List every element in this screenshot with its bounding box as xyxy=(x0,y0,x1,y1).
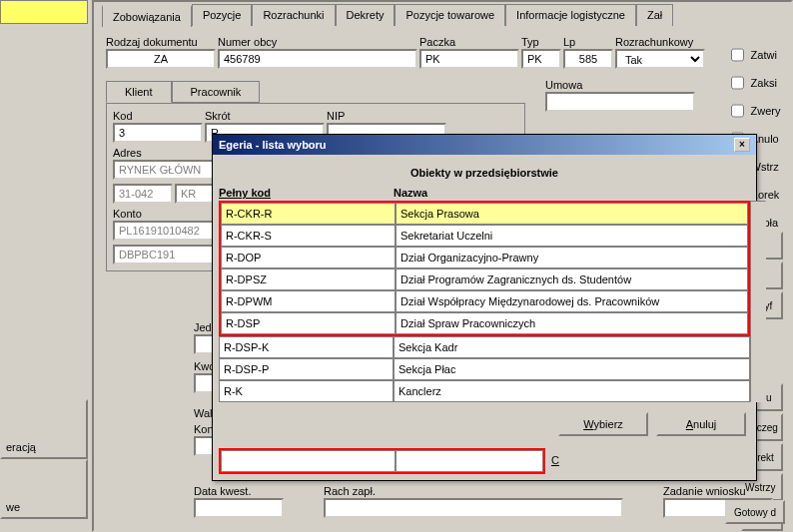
tab-zal[interactable]: Zał xyxy=(636,4,673,26)
close-icon[interactable]: × xyxy=(734,138,750,152)
chk-zatwi[interactable] xyxy=(731,45,744,65)
cell-nazwa[interactable] xyxy=(396,290,748,312)
cell-kod[interactable] xyxy=(219,380,394,402)
subtab-klient[interactable]: Klient xyxy=(106,81,172,103)
adres2b-input xyxy=(175,184,215,204)
table-row[interactable] xyxy=(219,358,750,380)
table-row[interactable] xyxy=(221,203,748,225)
nip-label: NIP xyxy=(327,110,446,122)
cell-nazwa[interactable] xyxy=(396,268,748,290)
cell-kod[interactable] xyxy=(219,336,394,358)
skrot-label: Skrót xyxy=(205,110,325,122)
lp-label: Lp xyxy=(563,36,613,48)
modal-heading: Obiekty w przedsiębiorstwie xyxy=(219,161,750,185)
cell-kod[interactable] xyxy=(221,203,396,225)
sidebar-op1[interactable]: eracją xyxy=(0,399,88,459)
table-row[interactable] xyxy=(221,312,748,334)
table-row[interactable] xyxy=(219,336,750,358)
cell-kod[interactable] xyxy=(221,225,396,247)
search-nazwa[interactable] xyxy=(396,450,543,472)
cell-nazwa[interactable] xyxy=(394,380,750,402)
cell-nazwa[interactable] xyxy=(394,358,750,380)
cell-kod[interactable] xyxy=(221,247,396,268)
umowa-input[interactable] xyxy=(545,92,695,112)
modal-lista-wyboru: Egeria - lista wyboru × Obiekty w przeds… xyxy=(212,134,757,481)
results-grid xyxy=(219,201,750,336)
scrollbar[interactable] xyxy=(750,201,766,402)
chk-zaksi[interactable] xyxy=(731,73,744,93)
cell-nazwa[interactable] xyxy=(396,247,748,268)
cell-nazwa[interactable] xyxy=(396,225,748,247)
rozr-label: Rozrachunkowy xyxy=(615,36,705,48)
rozr-select[interactable]: Tak xyxy=(615,49,705,69)
rodzaj-input[interactable] xyxy=(106,49,216,69)
yellow-highlight xyxy=(0,0,88,24)
cell-nazwa[interactable] xyxy=(396,312,748,334)
datak-label: Data kwest. xyxy=(194,485,284,497)
btn-gotowy[interactable]: Gotowy d xyxy=(725,500,785,524)
table-row[interactable] xyxy=(221,268,748,290)
cell-kod[interactable] xyxy=(221,268,396,290)
kod-label: Kod xyxy=(113,110,203,122)
kod-input[interactable] xyxy=(113,123,203,143)
search-kod[interactable] xyxy=(221,450,396,472)
chk-zwery[interactable] xyxy=(731,101,744,121)
datak-input[interactable] xyxy=(194,498,284,518)
search-row xyxy=(219,448,545,474)
numer-input[interactable] xyxy=(218,49,417,69)
c-link[interactable]: C xyxy=(551,454,559,466)
cell-nazwa[interactable] xyxy=(394,336,750,358)
cell-kod[interactable] xyxy=(221,290,396,312)
modal-title-text: Egeria - lista wyboru xyxy=(219,139,327,151)
table-row[interactable] xyxy=(221,225,748,247)
konto-input xyxy=(113,221,223,241)
tab-bar: Zobowiązania Pozycje Rozrachunki Dekrety… xyxy=(94,2,791,28)
umowa-label: Umowa xyxy=(545,79,695,91)
rodzaj-label: Rodzaj dokumentu xyxy=(106,36,216,48)
adres2a-input xyxy=(113,184,173,204)
konto2-input xyxy=(113,245,223,265)
rach-input[interactable] xyxy=(324,498,623,518)
sidebar-op2[interactable]: we xyxy=(0,459,88,519)
subtab-pracownik[interactable]: Pracownik xyxy=(172,81,261,103)
zad-label: Zadanie wniosku xyxy=(663,485,773,497)
typ-input[interactable] xyxy=(521,49,561,69)
table-row[interactable] xyxy=(221,290,748,312)
tab-pozycje[interactable]: Pozycje xyxy=(192,4,253,26)
wybierz-button[interactable]: Wybierz xyxy=(558,412,648,436)
cell-kod[interactable] xyxy=(221,312,396,334)
lp-input[interactable] xyxy=(563,49,613,69)
table-row[interactable] xyxy=(219,380,750,402)
col-nazwa[interactable]: Nazwa xyxy=(394,187,750,199)
col-pelny-kod[interactable]: Pełny kod xyxy=(219,187,394,199)
tab-dekrety[interactable]: Dekrety xyxy=(336,4,396,26)
cell-nazwa[interactable] xyxy=(396,203,748,225)
paczka-label: Paczka xyxy=(419,36,519,48)
numer-label: Numer obcy xyxy=(218,36,417,48)
paczka-input[interactable] xyxy=(419,49,519,69)
tab-informacje-log[interactable]: Informacje logistyczne xyxy=(505,4,636,26)
rach-label: Rach zapł. xyxy=(324,485,623,497)
cell-kod[interactable] xyxy=(219,358,394,380)
modal-titlebar: Egeria - lista wyboru × xyxy=(213,135,756,155)
tab-zobowiazania[interactable]: Zobowiązania xyxy=(102,5,192,27)
anuluj-button[interactable]: Anuluj xyxy=(656,412,746,436)
table-row[interactable] xyxy=(221,247,748,268)
tab-pozycje-towarowe[interactable]: Pozycje towarowe xyxy=(395,4,505,26)
typ-label: Typ xyxy=(521,36,561,48)
tab-rozrachunki[interactable]: Rozrachunki xyxy=(252,4,335,26)
adres-input xyxy=(113,160,223,180)
